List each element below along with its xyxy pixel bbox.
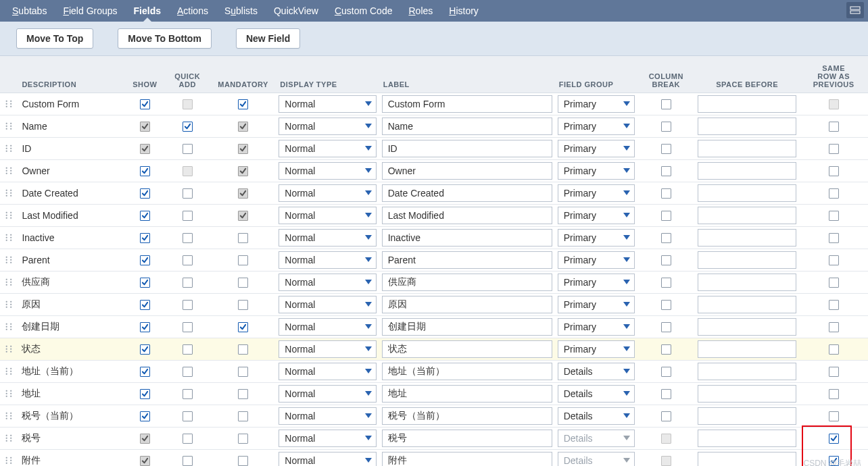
mandatory-checkbox[interactable] — [238, 211, 248, 221]
drag-handle-icon[interactable]: ● ●● ●● ● — [0, 204, 18, 226]
quick-add-checkbox[interactable] — [183, 411, 193, 421]
column-break-checkbox[interactable] — [661, 211, 671, 221]
column-break-checkbox[interactable] — [661, 233, 671, 243]
quick-add-checkbox[interactable] — [183, 144, 193, 154]
mandatory-checkbox[interactable] — [238, 322, 248, 332]
display-type-select[interactable]: Normal — [279, 407, 376, 425]
tab-custom-code[interactable]: Custom Code — [327, 0, 401, 22]
display-type-select[interactable]: Normal — [279, 340, 376, 358]
tab-actions[interactable]: Actions — [169, 0, 216, 22]
show-checkbox[interactable] — [140, 255, 150, 265]
label-input[interactable] — [382, 452, 552, 467]
show-checkbox[interactable] — [140, 344, 150, 355]
label-input[interactable] — [382, 385, 552, 403]
quick-add-checkbox[interactable] — [183, 122, 193, 132]
show-checkbox[interactable] — [140, 434, 150, 444]
drag-handle-icon[interactable]: ● ●● ●● ● — [0, 115, 18, 137]
column-break-checkbox[interactable] — [661, 255, 671, 265]
display-type-select[interactable]: Normal — [279, 274, 376, 291]
show-checkbox[interactable] — [140, 144, 150, 154]
field-group-select[interactable]: Primary — [558, 184, 635, 202]
mandatory-checkbox[interactable] — [238, 367, 248, 377]
quick-add-checkbox[interactable] — [183, 344, 193, 355]
quick-add-checkbox[interactable] — [183, 389, 193, 399]
drag-handle-icon[interactable]: ● ●● ●● ● — [0, 159, 18, 182]
label-input[interactable] — [382, 318, 552, 336]
label-input[interactable] — [382, 340, 552, 358]
quick-add-checkbox[interactable] — [183, 211, 193, 221]
mandatory-checkbox[interactable] — [238, 300, 248, 310]
space-before-input[interactable] — [698, 184, 796, 202]
space-before-input[interactable] — [698, 95, 796, 113]
drag-handle-icon[interactable]: ● ●● ●● ● — [0, 382, 18, 405]
display-type-select[interactable]: Normal — [279, 229, 376, 247]
mandatory-checkbox[interactable] — [238, 122, 248, 132]
space-before-input[interactable] — [698, 207, 796, 224]
same-row-checkbox[interactable] — [829, 411, 839, 421]
label-input[interactable] — [382, 229, 552, 247]
space-before-input[interactable] — [698, 251, 796, 269]
same-row-checkbox[interactable] — [829, 300, 839, 310]
drag-handle-icon[interactable]: ● ●● ●● ● — [0, 293, 18, 315]
show-checkbox[interactable] — [140, 99, 150, 109]
column-break-checkbox[interactable] — [661, 99, 671, 109]
field-group-select[interactable]: Primary — [558, 207, 635, 224]
drag-handle-icon[interactable]: ● ●● ●● ● — [0, 449, 18, 466]
column-break-checkbox[interactable] — [661, 367, 671, 377]
same-row-checkbox[interactable] — [829, 166, 839, 176]
mandatory-checkbox[interactable] — [238, 255, 248, 265]
field-group-select[interactable]: Details — [558, 385, 635, 403]
column-break-checkbox[interactable] — [661, 166, 671, 176]
label-input[interactable] — [382, 184, 552, 202]
mandatory-checkbox[interactable] — [238, 278, 248, 288]
tab-roles[interactable]: Roles — [400, 0, 441, 22]
space-before-input[interactable] — [698, 118, 796, 135]
drag-handle-icon[interactable]: ● ●● ●● ● — [0, 338, 18, 360]
mandatory-checkbox[interactable] — [238, 434, 248, 444]
col-show[interactable]: SHOW — [125, 56, 165, 93]
mandatory-checkbox[interactable] — [238, 411, 248, 421]
display-type-select[interactable]: Normal — [279, 162, 376, 180]
column-break-checkbox[interactable] — [661, 144, 671, 154]
column-break-checkbox[interactable] — [661, 344, 671, 355]
new-field-button[interactable]: New Field — [236, 28, 300, 49]
same-row-checkbox[interactable] — [829, 456, 839, 466]
tab-sublists[interactable]: Sublists — [216, 0, 266, 22]
same-row-checkbox[interactable] — [829, 211, 839, 221]
label-input[interactable] — [382, 95, 552, 113]
quick-add-checkbox[interactable] — [183, 188, 193, 199]
display-type-select[interactable]: Normal — [279, 140, 376, 157]
space-before-input[interactable] — [698, 452, 796, 467]
drag-handle-icon[interactable]: ● ●● ●● ● — [0, 427, 18, 449]
display-type-select[interactable]: Normal — [279, 95, 376, 113]
space-before-input[interactable] — [698, 274, 796, 291]
show-checkbox[interactable] — [140, 211, 150, 221]
mandatory-checkbox[interactable] — [238, 344, 248, 355]
show-checkbox[interactable] — [140, 411, 150, 421]
same-row-checkbox[interactable] — [829, 188, 839, 199]
drag-handle-icon[interactable]: ● ●● ●● ● — [0, 271, 18, 293]
tab-quickview[interactable]: QuickView — [266, 0, 327, 22]
col-quick-add[interactable]: QUICKADD — [165, 56, 210, 93]
quick-add-checkbox[interactable] — [183, 255, 193, 265]
field-group-select[interactable]: Details — [558, 407, 635, 425]
field-group-select[interactable]: Primary — [558, 229, 635, 247]
field-group-select[interactable]: Primary — [558, 340, 635, 358]
quick-add-checkbox[interactable] — [183, 434, 193, 444]
label-input[interactable] — [382, 430, 552, 447]
same-row-checkbox[interactable] — [829, 122, 839, 132]
quick-add-checkbox[interactable] — [183, 278, 193, 288]
col-same-row[interactable]: SAMEROW ASPREVIOUS — [799, 56, 868, 93]
same-row-checkbox[interactable] — [829, 389, 839, 399]
drag-handle-icon[interactable]: ● ●● ●● ● — [0, 226, 18, 249]
display-type-select[interactable]: Normal — [279, 452, 376, 467]
mandatory-checkbox[interactable] — [238, 166, 248, 176]
label-input[interactable] — [382, 407, 552, 425]
label-input[interactable] — [382, 363, 552, 380]
show-checkbox[interactable] — [140, 166, 150, 176]
label-input[interactable] — [382, 140, 552, 157]
drag-handle-icon[interactable]: ● ●● ●● ● — [0, 93, 18, 115]
show-checkbox[interactable] — [140, 300, 150, 310]
expand-menu-icon[interactable] — [846, 2, 864, 18]
same-row-checkbox[interactable] — [829, 322, 839, 332]
